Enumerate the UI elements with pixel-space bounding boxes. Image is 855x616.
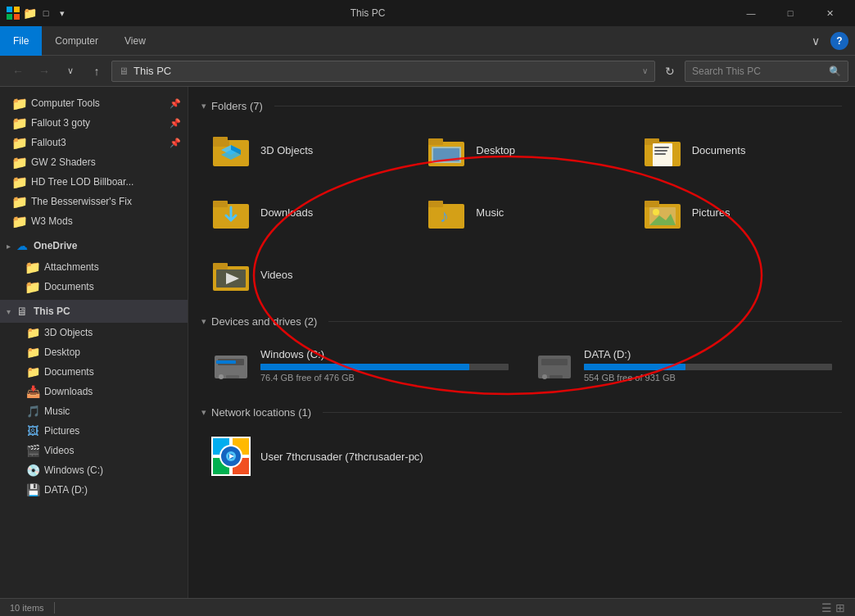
tab-view[interactable]: View (111, 26, 159, 56)
maximize-button[interactable]: □ (771, 0, 809, 26)
pin-icon: 📌 (170, 98, 181, 109)
search-icon: 🔍 (829, 66, 841, 77)
section-divider (328, 321, 842, 322)
onedrive-section: ▸ ☁ OneDrive 📁 Attachments 📁 Documents (0, 234, 188, 297)
section-divider (274, 106, 842, 106)
pin-icon: 📌 (170, 118, 181, 129)
sidebar-item-fallout3goty[interactable]: 📁 Fallout 3 goty 📌 (0, 113, 188, 133)
sidebar-item-pictures[interactable]: 🖼 Pictures (0, 421, 188, 441)
minimize-button[interactable]: — (732, 0, 770, 26)
window-controls: — □ ✕ (732, 0, 848, 26)
drive-c-name: Windows (C:) (260, 348, 509, 360)
sidebar-label: 3D Objects (44, 327, 181, 338)
sidebar-item-besserwisser[interactable]: 📁 The Besserwisser's Fix (0, 192, 188, 211)
sidebar-label: The Besserwisser's Fix (31, 196, 181, 207)
folders-section-header[interactable]: ▾ Folders (7) (201, 100, 842, 112)
music-icon: 🎵 (26, 405, 39, 418)
sidebar-item-cdrive[interactable]: 💿 Windows (C:) (0, 460, 188, 480)
section-expand-icon: ▾ (201, 101, 206, 111)
up-button[interactable]: ↑ (85, 60, 108, 83)
sidebar-item-attachments[interactable]: 📁 Attachments (0, 257, 188, 277)
folder-music[interactable]: ♪ Music (417, 184, 626, 240)
address-field[interactable]: 🖥 This PC ∨ (111, 61, 655, 82)
status-item-count: 10 items (10, 603, 44, 613)
sidebar-item-videos[interactable]: 🎬 Videos (0, 441, 188, 460)
folder-icon: 📁 (13, 175, 26, 188)
folder-icon: 📁 (26, 365, 39, 378)
list-view-icon[interactable]: ☰ (821, 601, 832, 614)
svg-rect-38 (216, 360, 236, 364)
folder-music-label: Music (476, 206, 504, 219)
tab-file[interactable]: File (0, 26, 42, 56)
sidebar-item-music[interactable]: 🎵 Music (0, 401, 188, 421)
folder-3dobjects[interactable]: 3D Objects (201, 122, 410, 178)
drive-d-bar-bg (584, 364, 832, 370)
status-bar: 10 items ☰ ⊞ (0, 598, 855, 616)
pictures-icon: 🖼 (26, 424, 39, 437)
main-layout: 📁 Computer Tools 📌 📁 Fallout 3 goty 📌 📁 … (0, 87, 855, 598)
folder-3dobjects-label: 3D Objects (260, 144, 313, 156)
svg-rect-31 (213, 263, 228, 270)
folder-desktop[interactable]: Desktop (417, 122, 626, 178)
folder-downloads[interactable]: Downloads (201, 184, 410, 240)
sidebar-item-computer-tools[interactable]: 📁 Computer Tools 📌 (0, 93, 188, 113)
svg-rect-13 (433, 148, 459, 161)
folder-pictures-label: Pictures (692, 206, 731, 219)
search-field[interactable]: Search This PC 🔍 (685, 61, 848, 82)
svg-rect-37 (226, 375, 239, 378)
sidebar-item-w3mods[interactable]: 📁 W3 Mods (0, 211, 188, 231)
folder-downloads-icon (211, 192, 251, 232)
folder-icon: 📁 (13, 215, 26, 228)
close-button[interactable]: ✕ (811, 0, 848, 26)
address-bar: ← → ∨ ↑ 🖥 This PC ∨ ↻ Search This PC 🔍 (0, 56, 855, 87)
folder-documents[interactable]: Documents (633, 122, 842, 178)
sidebar-item-desktop[interactable]: 📁 Desktop (0, 342, 188, 362)
address-dropdown-icon[interactable]: ∨ (642, 66, 648, 75)
folder-videos[interactable]: Videos (201, 247, 410, 302)
sidebar-label: Fallout3 (31, 137, 165, 148)
sidebar-item-hdtree[interactable]: 📁 HD Tree LOD Billboar... (0, 172, 188, 192)
svg-rect-11 (428, 138, 443, 145)
ribbon-help-button[interactable]: ? (830, 32, 848, 50)
onedrive-header[interactable]: ▸ ☁ OneDrive (0, 234, 188, 257)
sidebar-item-3dobjects[interactable]: 📁 3D Objects (0, 323, 188, 342)
sidebar-item-documents2[interactable]: 📁 Documents (0, 362, 188, 382)
thispc-section: ▾ 🖥 This PC 📁 3D Objects 📁 Desktop 📁 Doc… (0, 300, 188, 500)
network-section-header[interactable]: ▾ Network locations (1) (201, 406, 842, 419)
svg-rect-40 (541, 359, 568, 365)
drives-section-header[interactable]: ▾ Devices and drives (2) (201, 315, 842, 328)
drive-ddrive[interactable]: DATA (D:) 554 GB free of 931 GB (525, 337, 842, 393)
sidebar: 📁 Computer Tools 📌 📁 Fallout 3 goty 📌 📁 … (0, 87, 188, 598)
network-location-item[interactable]: User 7thcrusader (7thcrusader-pc) (201, 428, 447, 484)
sidebar-label: HD Tree LOD Billboar... (31, 176, 181, 188)
back-button[interactable]: ← (7, 60, 29, 83)
sidebar-item-downloads[interactable]: 📥 Downloads (0, 382, 188, 401)
folder-pictures[interactable]: Pictures (633, 184, 842, 240)
folder-videos-icon (211, 255, 251, 294)
downloads-icon: 📥 (26, 385, 39, 398)
drive-d-bar-fill (584, 364, 685, 370)
tab-computer[interactable]: Computer (42, 26, 111, 56)
sidebar-item-gw2shaders[interactable]: 📁 GW 2 Shaders (0, 152, 188, 172)
refresh-button[interactable]: ↻ (658, 60, 681, 83)
sidebar-label: Windows (C:) (44, 464, 181, 476)
folder-icon: 📁 (13, 116, 26, 129)
folder-downloads-label: Downloads (260, 206, 313, 219)
forward-button[interactable]: → (33, 60, 56, 83)
sidebar-label: GW 2 Shaders (31, 156, 181, 168)
network-wmp-icon (211, 437, 251, 476)
sidebar-label: Documents (44, 281, 181, 292)
grid-view-icon[interactable]: ⊞ (835, 601, 845, 614)
thispc-header[interactable]: ▾ 🖥 This PC (0, 300, 188, 323)
ribbon-chevron-button[interactable]: ∨ (804, 29, 827, 52)
sidebar-item-documents[interactable]: 📁 Documents (0, 277, 188, 297)
folder-documents-label: Documents (692, 144, 746, 156)
sidebar-label: Music (44, 405, 181, 417)
drive-c-bar-fill (260, 364, 469, 370)
sidebar-item-ddrive[interactable]: 💾 DATA (D:) (0, 480, 188, 500)
folder-3dobjects-icon (211, 130, 251, 170)
recent-locations-button[interactable]: ∨ (59, 60, 82, 83)
folder-pictures-icon (643, 192, 682, 232)
drive-cdrive[interactable]: Windows (C:) 76.4 GB free of 476 GB (201, 337, 518, 393)
sidebar-item-fallout3[interactable]: 📁 Fallout3 📌 (0, 133, 188, 152)
